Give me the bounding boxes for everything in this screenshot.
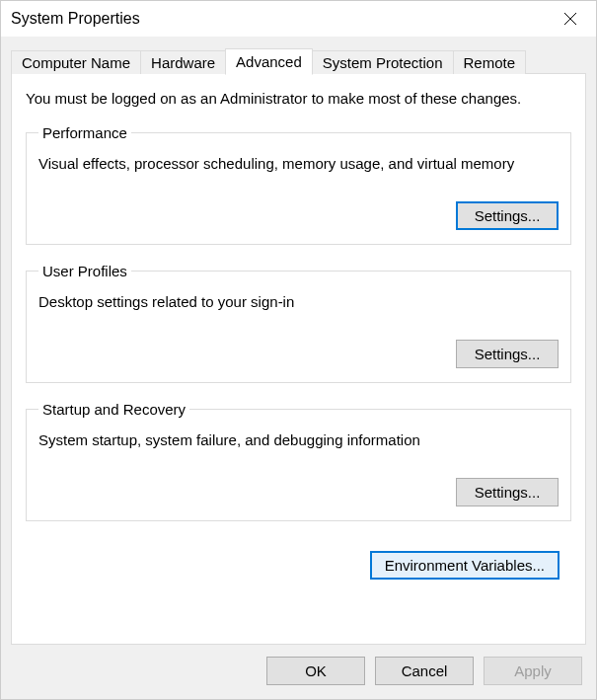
environment-variables-button[interactable]: Environment Variables... bbox=[370, 551, 560, 580]
group-user-profiles: User Profiles Desktop settings related t… bbox=[26, 263, 571, 383]
user-profiles-settings-button[interactable]: Settings... bbox=[456, 340, 559, 368]
group-performance-desc: Visual effects, processor scheduling, me… bbox=[38, 155, 559, 172]
tab-hardware[interactable]: Hardware bbox=[140, 50, 226, 74]
admin-note: You must be logged on as an Administrato… bbox=[26, 90, 571, 107]
group-performance: Performance Visual effects, processor sc… bbox=[26, 124, 571, 245]
system-properties-window: System Properties Computer Name Hardware… bbox=[0, 0, 597, 700]
group-performance-legend: Performance bbox=[38, 124, 131, 141]
tab-remote[interactable]: Remote bbox=[453, 50, 527, 74]
titlebar: System Properties bbox=[1, 1, 596, 37]
group-performance-button-row: Settings... bbox=[38, 201, 559, 230]
group-startup-recovery-button-row: Settings... bbox=[38, 478, 559, 506]
close-icon bbox=[563, 12, 577, 26]
ok-button[interactable]: OK bbox=[266, 657, 365, 685]
apply-button[interactable]: Apply bbox=[484, 657, 582, 685]
tab-system-protection[interactable]: System Protection bbox=[312, 50, 454, 74]
tab-advanced[interactable]: Advanced bbox=[225, 48, 313, 75]
cancel-button[interactable]: Cancel bbox=[375, 657, 474, 685]
close-button[interactable] bbox=[553, 4, 588, 34]
group-user-profiles-button-row: Settings... bbox=[38, 340, 559, 368]
startup-recovery-settings-button[interactable]: Settings... bbox=[456, 478, 559, 506]
group-startup-recovery-legend: Startup and Recovery bbox=[38, 401, 189, 418]
group-startup-recovery: Startup and Recovery System startup, sys… bbox=[26, 401, 571, 521]
tab-content-advanced: You must be logged on as an Administrato… bbox=[11, 73, 586, 645]
group-user-profiles-desc: Desktop settings related to your sign-in bbox=[38, 293, 559, 310]
group-startup-recovery-desc: System startup, system failure, and debu… bbox=[38, 431, 559, 448]
dialog-buttons: OK Cancel Apply bbox=[11, 645, 586, 689]
group-user-profiles-legend: User Profiles bbox=[38, 263, 131, 279]
tabstrip: Computer Name Hardware Advanced System P… bbox=[11, 46, 586, 74]
client-area: Computer Name Hardware Advanced System P… bbox=[1, 37, 596, 699]
environment-variables-row: Environment Variables... bbox=[26, 551, 571, 580]
performance-settings-button[interactable]: Settings... bbox=[456, 201, 559, 230]
window-title: System Properties bbox=[11, 10, 140, 28]
tab-computer-name[interactable]: Computer Name bbox=[11, 50, 141, 74]
